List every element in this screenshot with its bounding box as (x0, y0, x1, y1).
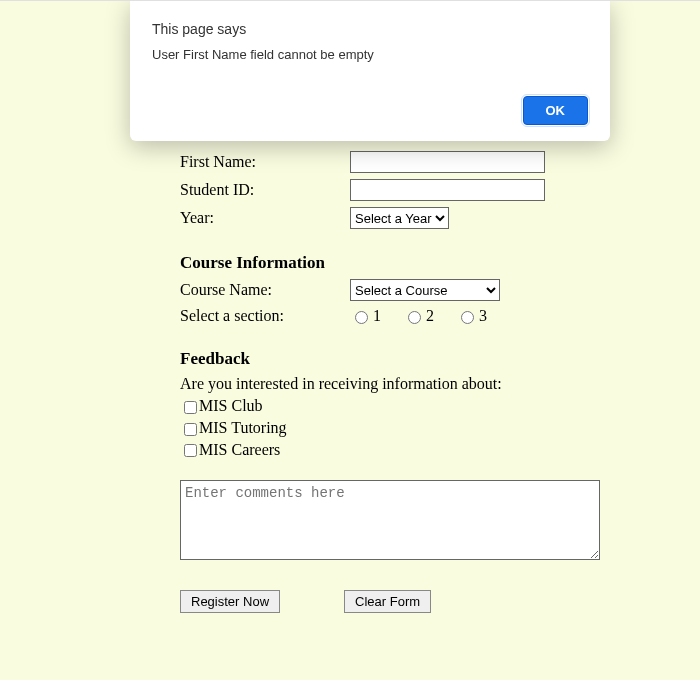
comments-textarea[interactable] (180, 480, 600, 560)
alert-message: User First Name field cannot be empty (152, 47, 588, 62)
section-options: 1 2 3 (350, 307, 487, 325)
mis-careers-label: MIS Careers (199, 441, 280, 458)
alert-button-row: OK (152, 96, 588, 125)
feedback-option-1: MIS Club (180, 397, 640, 417)
section-radio-2[interactable] (408, 311, 421, 324)
mis-club-label: MIS Club (199, 397, 263, 414)
section-option-2[interactable]: 2 (403, 307, 434, 325)
clear-button[interactable]: Clear Form (344, 590, 431, 613)
section-label-1: 1 (373, 307, 381, 325)
alert-dialog: This page says User First Name field can… (130, 1, 610, 141)
course-info-heading: Course Information (180, 253, 640, 273)
feedback-option-3: MIS Careers (180, 441, 640, 461)
section-option-3[interactable]: 3 (456, 307, 487, 325)
register-button[interactable]: Register Now (180, 590, 280, 613)
section-radio-3[interactable] (461, 311, 474, 324)
student-id-input[interactable] (350, 179, 545, 201)
alert-ok-button[interactable]: OK (523, 96, 589, 125)
section-radio-1[interactable] (355, 311, 368, 324)
section-option-1[interactable]: 1 (350, 307, 381, 325)
first-name-row: First Name: (180, 151, 640, 173)
year-row: Year: Select a Year (180, 207, 640, 229)
year-select[interactable]: Select a Year (350, 207, 449, 229)
year-label: Year: (180, 209, 350, 227)
course-name-label: Course Name: (180, 281, 350, 299)
student-id-row: Student ID: (180, 179, 640, 201)
first-name-label: First Name: (180, 153, 350, 171)
registration-form: First Name: Student ID: Year: Select a Y… (180, 151, 640, 613)
course-name-select[interactable]: Select a Course (350, 279, 500, 301)
first-name-input[interactable] (350, 151, 545, 173)
mis-careers-checkbox[interactable] (184, 444, 197, 457)
mis-tutoring-checkbox[interactable] (184, 423, 197, 436)
feedback-heading: Feedback (180, 349, 640, 369)
course-name-row: Course Name: Select a Course (180, 279, 640, 301)
section-label-2: 2 (426, 307, 434, 325)
student-id-label: Student ID: (180, 181, 350, 199)
button-row: Register Now Clear Form (180, 590, 640, 613)
feedback-question: Are you interested in receiving informat… (180, 375, 640, 393)
alert-title: This page says (152, 21, 588, 37)
mis-club-checkbox[interactable] (184, 401, 197, 414)
section-label-3: 3 (479, 307, 487, 325)
section-row: Select a section: 1 2 3 (180, 307, 640, 325)
feedback-option-2: MIS Tutoring (180, 419, 640, 439)
mis-tutoring-label: MIS Tutoring (199, 419, 287, 436)
section-label: Select a section: (180, 307, 350, 325)
